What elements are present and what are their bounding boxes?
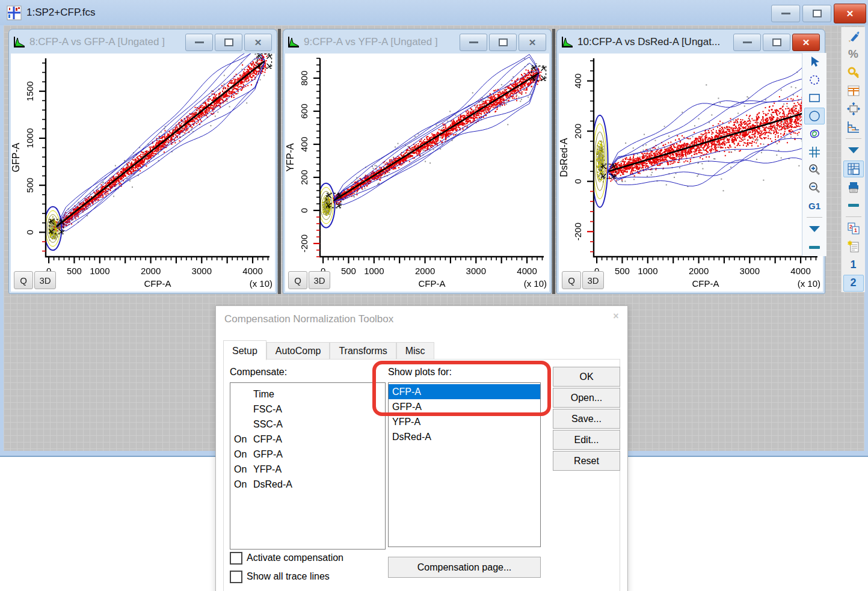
ok-button[interactable]: OK bbox=[553, 367, 620, 387]
main-window-titlebar[interactable]: 1:SP2+CFP.fcs bbox=[0, 0, 868, 25]
layout-tool[interactable] bbox=[843, 82, 864, 99]
resize-tool[interactable] bbox=[843, 100, 864, 117]
show-trace-lines-checkbox[interactable] bbox=[230, 571, 242, 583]
dialog-tabstrip: Setup AutoComp Transforms Misc bbox=[223, 340, 434, 360]
plot-minimize-button[interactable] bbox=[733, 34, 761, 51]
maximize-icon bbox=[224, 38, 233, 46]
tab-misc[interactable]: Misc bbox=[396, 342, 434, 360]
plot-area[interactable]: Q 3D bbox=[11, 54, 275, 292]
scatter-plot-canvas[interactable] bbox=[559, 54, 823, 292]
plot-maximize-button[interactable] bbox=[489, 34, 517, 51]
app-icon bbox=[7, 5, 22, 20]
gate-dropdown-button[interactable] bbox=[804, 221, 825, 237]
select-cursor-tool[interactable] bbox=[804, 54, 825, 70]
remove-item-button[interactable] bbox=[843, 197, 864, 213]
list-item[interactable]: On GFP-A bbox=[230, 447, 385, 462]
reset-button[interactable]: Reset bbox=[553, 451, 620, 471]
plot-maximize-button[interactable] bbox=[215, 34, 242, 51]
activate-compensation-checkbox[interactable] bbox=[230, 552, 242, 565]
right-toolbar: % bbox=[841, 27, 865, 292]
plot-window-titlebar[interactable]: 10:CFP-A vs DsRed-A [Ungat... ✕ bbox=[558, 31, 823, 54]
quadrant-gate-tool[interactable] bbox=[804, 144, 825, 161]
plot-area[interactable]: Q 3D bbox=[285, 54, 549, 292]
key-tool[interactable] bbox=[843, 64, 864, 81]
show-plots-listbox[interactable]: CFP-A GFP-A YFP-A DsRed-A bbox=[388, 382, 541, 547]
plot-window-titlebar[interactable]: 9:CFP-A vs YFP-A [Ungated ] ✕ bbox=[285, 31, 550, 54]
compensate-listbox[interactable]: Time FSC-A SSC-A On CFP-A On GFP-A On YF… bbox=[230, 382, 386, 550]
threed-button[interactable]: 3D bbox=[34, 271, 56, 289]
scatter-plot-canvas[interactable] bbox=[285, 54, 549, 292]
plot-area[interactable]: Q 3D bbox=[559, 54, 823, 292]
plot-window-dsred: 10:CFP-A vs DsRed-A [Ungat... ✕ Q 3D bbox=[556, 29, 825, 294]
main-close-button[interactable]: ✕ bbox=[834, 4, 866, 23]
plot-maximize-button[interactable] bbox=[763, 34, 790, 51]
list-item[interactable]: On YFP-A bbox=[230, 462, 385, 477]
zoom-in-tool[interactable] bbox=[804, 162, 825, 179]
main-minimize-button[interactable] bbox=[771, 5, 800, 22]
percent-tool[interactable]: % bbox=[843, 46, 864, 63]
grid-table-icon bbox=[847, 162, 860, 176]
tab-setup[interactable]: Setup bbox=[223, 340, 266, 360]
close-icon: ✕ bbox=[846, 9, 854, 18]
close-icon: ✕ bbox=[529, 38, 537, 47]
quadrant-stats-button[interactable]: Q bbox=[288, 271, 307, 289]
save-button[interactable]: Save... bbox=[553, 409, 620, 429]
layout-table-icon bbox=[847, 84, 860, 97]
plot-window-title: 8:CFP-A vs GFP-A [Ungated ] bbox=[29, 36, 165, 48]
scatter-plot-canvas[interactable] bbox=[11, 54, 275, 292]
threed-button[interactable]: 3D bbox=[309, 271, 330, 289]
ellipse-gate-tool[interactable] bbox=[804, 108, 825, 124]
stairs-tool[interactable] bbox=[843, 118, 864, 135]
list-item[interactable]: GFP-A bbox=[389, 399, 540, 414]
list-item[interactable]: YFP-A bbox=[389, 414, 540, 429]
window-separator bbox=[552, 29, 555, 294]
plot-close-button[interactable]: ✕ bbox=[244, 34, 272, 51]
histogram-icon bbox=[287, 35, 300, 49]
tab-autocomp[interactable]: AutoComp bbox=[266, 342, 330, 360]
plot-window-title: 10:CFP-A vs DsRed-A [Ungat... bbox=[577, 36, 720, 48]
list-item[interactable]: On CFP-A bbox=[230, 432, 385, 447]
print-tool[interactable] bbox=[843, 179, 864, 195]
list-item-selected[interactable]: CFP-A bbox=[389, 384, 540, 399]
list-item[interactable]: DsRed-A bbox=[389, 429, 540, 444]
plot-minimize-button[interactable] bbox=[185, 34, 213, 51]
minus-icon bbox=[848, 204, 859, 207]
edit-tool[interactable] bbox=[843, 28, 864, 44]
threed-button[interactable]: 3D bbox=[582, 271, 604, 289]
list-item[interactable]: Time bbox=[230, 387, 385, 402]
new-document-icon: ✱ bbox=[847, 240, 860, 253]
quadrant-stats-button[interactable]: Q bbox=[14, 271, 33, 289]
grid-view-tool[interactable] bbox=[843, 161, 864, 177]
list-item[interactable]: SSC-A bbox=[230, 417, 385, 432]
plot-close-button[interactable]: ✕ bbox=[519, 34, 546, 51]
plot-window-titlebar[interactable]: 8:CFP-A vs GFP-A [Ungated ] ✕ bbox=[10, 31, 275, 54]
reorder-pages-tool[interactable]: 2 1 bbox=[843, 220, 864, 237]
compensate-label: Compensate: bbox=[230, 367, 287, 378]
plot-minimize-button[interactable] bbox=[460, 34, 487, 51]
quadrant-stats-button[interactable]: Q bbox=[562, 271, 581, 289]
plot-window-yfp: 9:CFP-A vs YFP-A [Ungated ] ✕ Q 3D bbox=[283, 29, 552, 294]
histogram-icon bbox=[561, 35, 574, 49]
zoom-out-tool[interactable] bbox=[804, 179, 825, 196]
cursor-arrow-icon bbox=[808, 56, 820, 68]
list-item[interactable]: On DsRed-A bbox=[230, 477, 385, 492]
new-page-tool[interactable]: ✱ bbox=[843, 238, 864, 255]
gate-g1-button[interactable]: G1 bbox=[804, 197, 825, 214]
plot-close-button[interactable]: ✕ bbox=[792, 34, 820, 51]
gate-remove-button[interactable] bbox=[804, 239, 825, 256]
printer-icon bbox=[847, 180, 860, 194]
main-maximize-button[interactable] bbox=[802, 5, 831, 22]
dialog-content: Compensate: Time FSC-A SSC-A On CFP-A On… bbox=[223, 359, 620, 591]
toolbar-dropdown-button[interactable] bbox=[843, 142, 864, 159]
page-2-button[interactable]: 2 bbox=[843, 275, 864, 292]
tab-transforms[interactable]: Transforms bbox=[330, 342, 396, 360]
page-1-button[interactable]: 1 bbox=[843, 257, 864, 274]
dialog-close-button[interactable]: × bbox=[609, 311, 623, 322]
open-button[interactable]: Open... bbox=[553, 388, 620, 408]
polygon-gate-tool[interactable] bbox=[804, 72, 825, 88]
list-item[interactable]: FSC-A bbox=[230, 402, 385, 417]
freeform-gate-tool[interactable] bbox=[804, 126, 825, 142]
rectangle-gate-tool[interactable] bbox=[804, 90, 825, 106]
edit-button[interactable]: Edit... bbox=[553, 430, 620, 450]
compensation-page-button[interactable]: Compensation page... bbox=[388, 557, 541, 578]
